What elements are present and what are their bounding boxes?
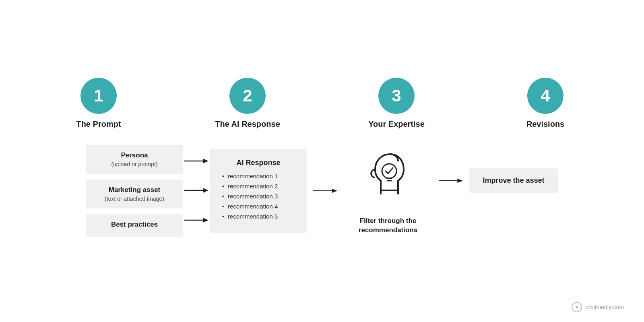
arrow-3-icon <box>184 216 208 224</box>
arrow-1-icon <box>184 157 208 165</box>
recommendation-1: recommendation 1 <box>222 173 295 180</box>
improve-label: Improve the asset <box>483 176 544 184</box>
prompt-to-ai-arrows <box>184 147 208 235</box>
branding-dot-icon <box>576 306 578 308</box>
svg-marker-5 <box>203 218 208 223</box>
recommendation-4: recommendation 4 <box>222 203 295 210</box>
step-4-circle: 4 <box>527 78 564 114</box>
steps-row: 1 The Prompt 2 The AI Response 3 Your Ex… <box>24 78 620 129</box>
step-3: 3 Your Expertise <box>322 78 471 129</box>
recommendation-5: recommendation 5 <box>222 213 295 220</box>
svg-marker-3 <box>203 188 208 193</box>
persona-title: Persona <box>93 151 175 159</box>
step-1-number: 1 <box>94 86 103 105</box>
step-3-label: Your Expertise <box>368 120 425 129</box>
recommendation-2: recommendation 2 <box>222 183 295 190</box>
step-1: 1 The Prompt <box>24 78 173 129</box>
expertise-to-revisions-arrow <box>439 175 463 186</box>
step-4-label: Revisions <box>526 120 564 129</box>
marketing-asset-subtitle: (text or attached image) <box>93 196 175 202</box>
step-4-number: 4 <box>541 86 550 105</box>
branding: orbitmedia.com <box>572 302 624 312</box>
svg-point-10 <box>382 164 396 178</box>
best-practices-box: Best practices <box>86 214 183 237</box>
step-2-label: The AI Response <box>215 120 280 129</box>
recommendations-list: recommendation 1 recommendation 2 recomm… <box>222 173 295 220</box>
ai-response-column: AI Response recommendation 1 recommendat… <box>210 149 307 233</box>
persona-subtitle: (upload or prompt) <box>93 161 175 167</box>
marketing-asset-title: Marketing asset <box>93 186 175 194</box>
persona-box: Persona (upload or prompt) <box>86 145 183 174</box>
arrow-2-icon <box>184 186 208 194</box>
step-4: 4 Revisions <box>471 78 620 129</box>
svg-marker-7 <box>332 188 337 192</box>
marketing-asset-box: Marketing asset (text or attached image) <box>86 180 183 208</box>
recommendation-3: recommendation 3 <box>222 193 295 200</box>
improve-asset-box: Improve the asset <box>469 168 558 193</box>
brain-lightbulb-icon <box>360 146 416 202</box>
step-1-circle: 1 <box>80 78 117 114</box>
ai-response-title: AI Response <box>222 159 295 167</box>
expertise-column: Filter through the recommendations <box>344 146 432 235</box>
step-1-label: The Prompt <box>76 120 121 129</box>
best-practices-title: Best practices <box>93 221 175 229</box>
step-2-number: 2 <box>243 86 252 105</box>
branding-text: orbitmedia.com <box>585 304 624 310</box>
step-2-circle: 2 <box>229 78 266 114</box>
branding-circle-icon <box>572 302 582 312</box>
filter-label: Filter through the recommendations <box>359 206 417 235</box>
svg-marker-14 <box>457 178 463 182</box>
step-2: 2 The AI Response <box>173 78 322 129</box>
svg-marker-1 <box>203 159 208 163</box>
ai-to-expertise-arrow <box>313 185 337 196</box>
diagram-wrapper: 1 The Prompt 2 The AI Response 3 Your Ex… <box>0 0 644 322</box>
step-3-circle: 3 <box>378 78 415 114</box>
prompt-column: Persona (upload or prompt) Marketing ass… <box>86 145 183 237</box>
content-row: Persona (upload or prompt) Marketing ass… <box>24 145 620 237</box>
step-3-number: 3 <box>392 86 401 105</box>
